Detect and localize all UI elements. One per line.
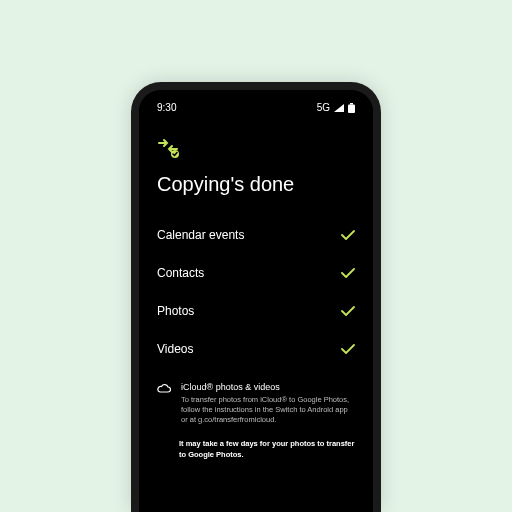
status-network: 5G xyxy=(317,102,330,113)
check-icon xyxy=(341,268,355,278)
list-item: Contacts xyxy=(157,266,355,280)
phone-frame: 9:30 5G Copying's done xyxy=(131,82,381,512)
list-item-label: Contacts xyxy=(157,266,204,280)
status-time: 9:30 xyxy=(157,102,176,113)
icloud-info: iCloud® photos & videos To transfer phot… xyxy=(157,382,355,425)
icloud-info-body: To transfer photos from iCloud® to Googl… xyxy=(181,395,355,425)
transfer-list: Calendar events Contacts Photos Videos xyxy=(157,228,355,356)
page-title: Copying's done xyxy=(157,173,355,196)
list-item: Photos xyxy=(157,304,355,318)
svg-rect-0 xyxy=(350,103,353,105)
icloud-info-text: iCloud® photos & videos To transfer phot… xyxy=(181,382,355,425)
svg-rect-1 xyxy=(348,104,355,113)
footer-note: It may take a few days for your photos t… xyxy=(157,439,355,459)
status-right: 5G xyxy=(317,102,355,113)
signal-icon xyxy=(334,104,344,112)
cloud-icon xyxy=(157,383,171,425)
check-icon xyxy=(341,230,355,240)
list-item: Videos xyxy=(157,342,355,356)
check-icon xyxy=(341,344,355,354)
check-icon xyxy=(341,306,355,316)
list-item-label: Photos xyxy=(157,304,194,318)
icloud-info-title: iCloud® photos & videos xyxy=(181,382,355,392)
status-bar: 9:30 5G xyxy=(157,102,355,113)
list-item-label: Calendar events xyxy=(157,228,244,242)
list-item-label: Videos xyxy=(157,342,193,356)
transfer-done-icon xyxy=(157,137,355,159)
battery-icon xyxy=(348,103,355,113)
screen: 9:30 5G Copying's done xyxy=(139,90,373,512)
list-item: Calendar events xyxy=(157,228,355,242)
